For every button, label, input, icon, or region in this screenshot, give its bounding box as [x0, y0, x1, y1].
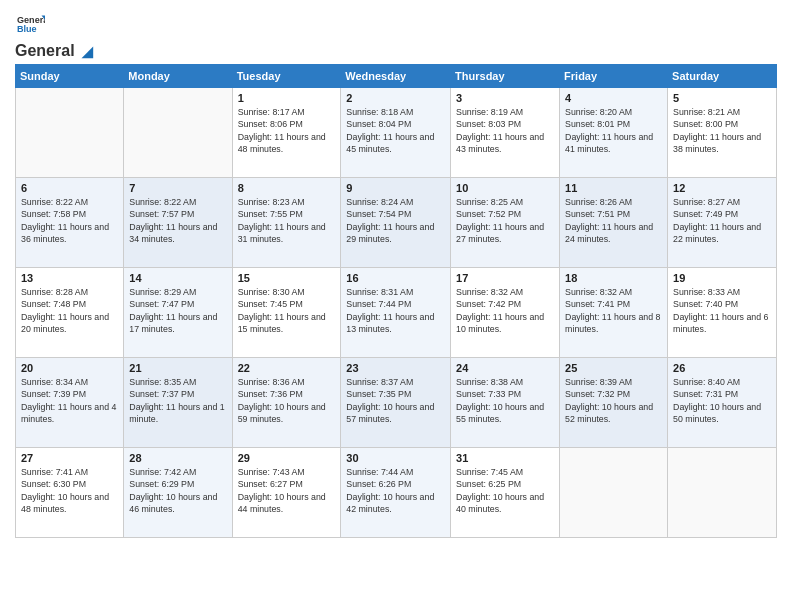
day-number: 28	[129, 452, 226, 464]
calendar-cell: 6Sunrise: 8:22 AM Sunset: 7:58 PM Daylig…	[16, 178, 124, 268]
day-number: 20	[21, 362, 118, 374]
logo: General Blue General	[15, 10, 95, 56]
day-number: 2	[346, 92, 445, 104]
day-info: Sunrise: 8:33 AM Sunset: 7:40 PM Dayligh…	[673, 286, 771, 335]
day-info: Sunrise: 8:22 AM Sunset: 7:58 PM Dayligh…	[21, 196, 118, 245]
calendar-week-row: 13Sunrise: 8:28 AM Sunset: 7:48 PM Dayli…	[16, 268, 777, 358]
weekday-header-tuesday: Tuesday	[232, 65, 341, 88]
day-number: 31	[456, 452, 554, 464]
calendar-week-row: 27Sunrise: 7:41 AM Sunset: 6:30 PM Dayli…	[16, 448, 777, 538]
day-number: 23	[346, 362, 445, 374]
day-number: 5	[673, 92, 771, 104]
day-info: Sunrise: 8:28 AM Sunset: 7:48 PM Dayligh…	[21, 286, 118, 335]
weekday-header-thursday: Thursday	[451, 65, 560, 88]
day-info: Sunrise: 8:25 AM Sunset: 7:52 PM Dayligh…	[456, 196, 554, 245]
day-number: 15	[238, 272, 336, 284]
calendar-cell	[560, 448, 668, 538]
day-number: 16	[346, 272, 445, 284]
day-info: Sunrise: 8:30 AM Sunset: 7:45 PM Dayligh…	[238, 286, 336, 335]
calendar-header-row: SundayMondayTuesdayWednesdayThursdayFrid…	[16, 65, 777, 88]
svg-text:Blue: Blue	[17, 24, 37, 34]
calendar-cell: 4Sunrise: 8:20 AM Sunset: 8:01 PM Daylig…	[560, 88, 668, 178]
day-info: Sunrise: 8:19 AM Sunset: 8:03 PM Dayligh…	[456, 106, 554, 155]
day-info: Sunrise: 8:40 AM Sunset: 7:31 PM Dayligh…	[673, 376, 771, 425]
day-info: Sunrise: 8:31 AM Sunset: 7:44 PM Dayligh…	[346, 286, 445, 335]
day-info: Sunrise: 7:41 AM Sunset: 6:30 PM Dayligh…	[21, 466, 118, 515]
day-info: Sunrise: 8:26 AM Sunset: 7:51 PM Dayligh…	[565, 196, 662, 245]
day-number: 3	[456, 92, 554, 104]
day-info: Sunrise: 8:32 AM Sunset: 7:42 PM Dayligh…	[456, 286, 554, 335]
calendar-cell: 9Sunrise: 8:24 AM Sunset: 7:54 PM Daylig…	[341, 178, 451, 268]
day-info: Sunrise: 8:27 AM Sunset: 7:49 PM Dayligh…	[673, 196, 771, 245]
calendar-cell: 24Sunrise: 8:38 AM Sunset: 7:33 PM Dayli…	[451, 358, 560, 448]
calendar-week-row: 20Sunrise: 8:34 AM Sunset: 7:39 PM Dayli…	[16, 358, 777, 448]
calendar-cell: 17Sunrise: 8:32 AM Sunset: 7:42 PM Dayli…	[451, 268, 560, 358]
day-info: Sunrise: 8:37 AM Sunset: 7:35 PM Dayligh…	[346, 376, 445, 425]
weekday-header-wednesday: Wednesday	[341, 65, 451, 88]
calendar-page: General Blue General SundayMondayTues	[0, 0, 792, 612]
day-number: 19	[673, 272, 771, 284]
calendar-cell: 29Sunrise: 7:43 AM Sunset: 6:27 PM Dayli…	[232, 448, 341, 538]
calendar-cell: 12Sunrise: 8:27 AM Sunset: 7:49 PM Dayli…	[668, 178, 777, 268]
day-info: Sunrise: 8:39 AM Sunset: 7:32 PM Dayligh…	[565, 376, 662, 425]
weekday-header-sunday: Sunday	[16, 65, 124, 88]
day-info: Sunrise: 8:21 AM Sunset: 8:00 PM Dayligh…	[673, 106, 771, 155]
calendar-cell: 31Sunrise: 7:45 AM Sunset: 6:25 PM Dayli…	[451, 448, 560, 538]
day-number: 7	[129, 182, 226, 194]
calendar-cell: 23Sunrise: 8:37 AM Sunset: 7:35 PM Dayli…	[341, 358, 451, 448]
svg-text:General: General	[17, 15, 45, 25]
day-number: 14	[129, 272, 226, 284]
calendar-cell: 18Sunrise: 8:32 AM Sunset: 7:41 PM Dayli…	[560, 268, 668, 358]
day-number: 22	[238, 362, 336, 374]
calendar-cell: 28Sunrise: 7:42 AM Sunset: 6:29 PM Dayli…	[124, 448, 232, 538]
calendar-cell: 3Sunrise: 8:19 AM Sunset: 8:03 PM Daylig…	[451, 88, 560, 178]
day-info: Sunrise: 8:24 AM Sunset: 7:54 PM Dayligh…	[346, 196, 445, 245]
calendar-cell: 16Sunrise: 8:31 AM Sunset: 7:44 PM Dayli…	[341, 268, 451, 358]
day-number: 12	[673, 182, 771, 194]
day-number: 18	[565, 272, 662, 284]
day-number: 11	[565, 182, 662, 194]
page-header: General Blue General	[15, 10, 777, 56]
calendar-cell: 5Sunrise: 8:21 AM Sunset: 8:00 PM Daylig…	[668, 88, 777, 178]
day-info: Sunrise: 8:22 AM Sunset: 7:57 PM Dayligh…	[129, 196, 226, 245]
calendar-cell	[124, 88, 232, 178]
calendar-cell: 8Sunrise: 8:23 AM Sunset: 7:55 PM Daylig…	[232, 178, 341, 268]
day-info: Sunrise: 7:42 AM Sunset: 6:29 PM Dayligh…	[129, 466, 226, 515]
day-number: 6	[21, 182, 118, 194]
day-info: Sunrise: 8:29 AM Sunset: 7:47 PM Dayligh…	[129, 286, 226, 335]
calendar-cell: 21Sunrise: 8:35 AM Sunset: 7:37 PM Dayli…	[124, 358, 232, 448]
day-info: Sunrise: 7:45 AM Sunset: 6:25 PM Dayligh…	[456, 466, 554, 515]
day-info: Sunrise: 8:23 AM Sunset: 7:55 PM Dayligh…	[238, 196, 336, 245]
logo-triangle	[77, 42, 95, 60]
weekday-header-monday: Monday	[124, 65, 232, 88]
day-number: 25	[565, 362, 662, 374]
calendar-cell: 13Sunrise: 8:28 AM Sunset: 7:48 PM Dayli…	[16, 268, 124, 358]
logo-general: General	[15, 42, 75, 60]
svg-marker-3	[81, 47, 93, 59]
day-number: 1	[238, 92, 336, 104]
calendar-cell: 30Sunrise: 7:44 AM Sunset: 6:26 PM Dayli…	[341, 448, 451, 538]
calendar-cell: 11Sunrise: 8:26 AM Sunset: 7:51 PM Dayli…	[560, 178, 668, 268]
day-number: 9	[346, 182, 445, 194]
day-number: 4	[565, 92, 662, 104]
day-info: Sunrise: 8:18 AM Sunset: 8:04 PM Dayligh…	[346, 106, 445, 155]
calendar-table: SundayMondayTuesdayWednesdayThursdayFrid…	[15, 64, 777, 538]
calendar-cell	[668, 448, 777, 538]
logo-icon: General Blue	[17, 10, 45, 38]
day-info: Sunrise: 8:38 AM Sunset: 7:33 PM Dayligh…	[456, 376, 554, 425]
day-number: 24	[456, 362, 554, 374]
day-number: 30	[346, 452, 445, 464]
calendar-week-row: 6Sunrise: 8:22 AM Sunset: 7:58 PM Daylig…	[16, 178, 777, 268]
day-info: Sunrise: 7:43 AM Sunset: 6:27 PM Dayligh…	[238, 466, 336, 515]
day-number: 29	[238, 452, 336, 464]
day-info: Sunrise: 8:17 AM Sunset: 8:06 PM Dayligh…	[238, 106, 336, 155]
day-number: 8	[238, 182, 336, 194]
day-number: 17	[456, 272, 554, 284]
calendar-cell	[16, 88, 124, 178]
day-number: 13	[21, 272, 118, 284]
calendar-cell: 19Sunrise: 8:33 AM Sunset: 7:40 PM Dayli…	[668, 268, 777, 358]
weekday-header-friday: Friday	[560, 65, 668, 88]
calendar-cell: 20Sunrise: 8:34 AM Sunset: 7:39 PM Dayli…	[16, 358, 124, 448]
calendar-cell: 2Sunrise: 8:18 AM Sunset: 8:04 PM Daylig…	[341, 88, 451, 178]
calendar-cell: 27Sunrise: 7:41 AM Sunset: 6:30 PM Dayli…	[16, 448, 124, 538]
